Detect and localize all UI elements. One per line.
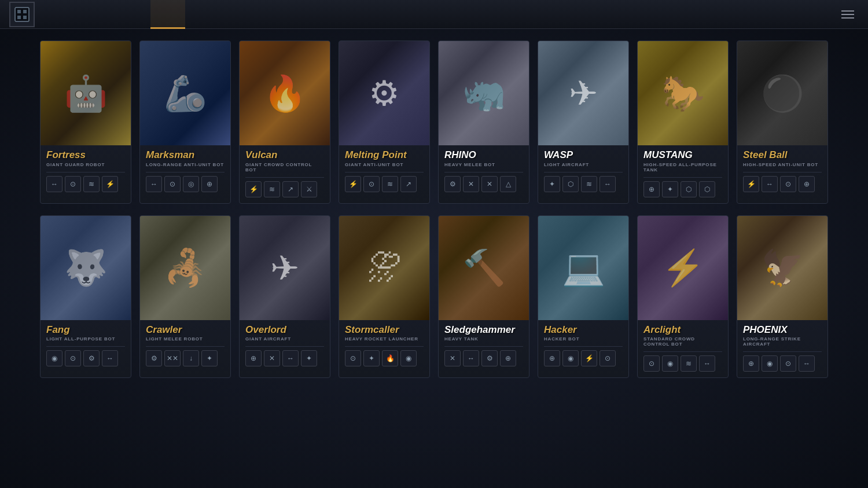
ability-icon-3[interactable]: ⚔ bbox=[301, 181, 317, 197]
tab-stage[interactable] bbox=[81, 0, 116, 29]
ability-icon-1[interactable]: ✕✕ bbox=[164, 350, 181, 366]
ability-icon-3[interactable]: ⚡ bbox=[102, 176, 118, 192]
ability-icon-3[interactable]: ⊕ bbox=[799, 176, 815, 192]
ability-icon-2[interactable]: ⚙ bbox=[481, 350, 498, 366]
ability-icon-1[interactable]: ◉ bbox=[762, 355, 778, 372]
unit-image-stormcaller: ⛈ bbox=[339, 216, 429, 320]
ability-icon-0[interactable]: ◉ bbox=[46, 350, 62, 366]
unit-card-phoenix[interactable]: 🦅 PHOENIX LONG-RANGE STRIKE AIRCRAFT ⊕◉⊙… bbox=[737, 215, 828, 379]
ability-icon-2[interactable]: ≋ bbox=[681, 355, 697, 372]
ability-icon-1[interactable]: ≋ bbox=[264, 181, 280, 197]
ability-icon-0[interactable]: ⚡ bbox=[743, 176, 759, 192]
ability-icon-1[interactable]: ✕ bbox=[264, 350, 280, 366]
ability-icon-0[interactable]: ⚡ bbox=[245, 181, 262, 197]
ability-icon-2[interactable]: ✕ bbox=[481, 176, 498, 192]
unit-card-crawler[interactable]: 🦂 Crawler LIGHT MELEE ROBOT ⚙✕✕↓✦ bbox=[139, 215, 231, 379]
ability-icon-1[interactable]: ⊙ bbox=[65, 350, 81, 366]
ability-icon-2[interactable]: ⊙ bbox=[780, 355, 796, 372]
unit-abilities-vulcan: ⚡≋↗⚔ bbox=[245, 177, 324, 200]
ability-icon-2[interactable]: ⚙ bbox=[83, 350, 100, 366]
unit-card-hacker[interactable]: 💻 Hacker HACKER BOT ⊕◉⚡⊙ bbox=[538, 215, 629, 379]
ability-icon-2[interactable]: ⊙ bbox=[780, 176, 796, 192]
ability-icon-2[interactable]: ≋ bbox=[581, 176, 597, 192]
unit-type-steel-ball: HIGH-SPEED ANTI-UNIT BOT bbox=[743, 162, 822, 167]
unit-card-marksman[interactable]: 🦾 Marksman LONG-RANGE ANTI-UNIT BOT ↔⊙◎⊕ bbox=[139, 41, 231, 204]
ability-icon-1[interactable]: ⊙ bbox=[164, 176, 181, 192]
ability-icon-3[interactable]: ⬡ bbox=[699, 181, 715, 197]
unit-type-wasp: LIGHT AIRCRAFT bbox=[544, 162, 623, 167]
unit-card-mustang[interactable]: 🐎 MUSTANG HIGH-SPEED ALL-PURPOSE TANK ⊕✦… bbox=[637, 41, 729, 204]
unit-card-melting-point[interactable]: ⚙ Melting Point GIANT ANTI-UNIT BOT ⚡⊙≋↗ bbox=[339, 41, 430, 204]
ability-icon-1[interactable]: ✦ bbox=[662, 181, 678, 197]
ability-icon-0[interactable]: ⊙ bbox=[345, 350, 361, 366]
unit-card-overlord[interactable]: ✈ Overlord GIANT AIRCRAFT ⊕✕↔✦ bbox=[239, 215, 330, 379]
ability-icon-0[interactable]: ✕ bbox=[444, 350, 461, 366]
unit-info-fortress: Fortress GIANT GUARD ROBOT ↔⊙≋⚡ bbox=[41, 145, 131, 198]
ability-icon-1[interactable]: ↔ bbox=[762, 176, 778, 192]
unit-card-wasp[interactable]: ✈ WASP LIGHT AIRCRAFT ✦⬡≋↔ bbox=[538, 41, 629, 204]
ability-icon-3[interactable]: ✦ bbox=[301, 350, 317, 366]
ability-icon-1[interactable]: ✦ bbox=[363, 350, 380, 366]
ability-icon-1[interactable]: ↔ bbox=[463, 350, 479, 366]
tab-others[interactable] bbox=[185, 0, 220, 29]
unit-type-marksman: LONG-RANGE ANTI-UNIT BOT bbox=[146, 162, 225, 167]
ability-icon-2[interactable]: ≋ bbox=[382, 176, 398, 192]
ability-icon-0[interactable]: ⊕ bbox=[743, 355, 759, 372]
ability-icon-1[interactable]: ⊙ bbox=[363, 176, 380, 192]
ability-icon-1[interactable]: ◉ bbox=[662, 355, 678, 372]
unit-card-vulcan[interactable]: 🔥 Vulcan GIANT CROWD CONTROL BOT ⚡≋↗⚔ bbox=[239, 41, 330, 204]
unit-card-arclight[interactable]: ⚡ Arclight STANDARD CROWD CONTROL BOT ⊙◉… bbox=[637, 215, 729, 379]
ability-icon-3[interactable]: ⊙ bbox=[599, 350, 616, 366]
ability-icon-3[interactable]: ⊕ bbox=[500, 350, 516, 366]
ability-icon-2[interactable]: ⚡ bbox=[581, 350, 597, 366]
ability-icon-3[interactable]: ✦ bbox=[201, 350, 218, 366]
unit-type-arclight: STANDARD CROWD CONTROL BOT bbox=[643, 336, 722, 347]
hamburger-menu[interactable] bbox=[837, 6, 859, 23]
ability-icon-2[interactable]: ↓ bbox=[183, 350, 199, 366]
ability-icon-0[interactable]: ⚙ bbox=[146, 350, 162, 366]
ability-icon-0[interactable]: ↔ bbox=[46, 176, 62, 192]
logo[interactable] bbox=[9, 2, 35, 27]
ability-icon-0[interactable]: ⚡ bbox=[345, 176, 361, 192]
unit-card-rhino[interactable]: 🦏 RHINO HEAVY MELEE BOT ⚙✕✕△ bbox=[438, 41, 529, 204]
tab-tournament[interactable] bbox=[116, 0, 150, 29]
ability-icon-2[interactable]: ≋ bbox=[83, 176, 100, 192]
ability-icon-1[interactable]: ✕ bbox=[463, 176, 479, 192]
ability-icon-1[interactable]: ⊙ bbox=[65, 176, 81, 192]
ability-icon-2[interactable]: ⬡ bbox=[681, 181, 697, 197]
ability-icon-2[interactable]: 🔥 bbox=[382, 350, 398, 366]
unit-card-sledgehammer[interactable]: 🔨 Sledgehammer HEAVY TANK ✕↔⚙⊕ bbox=[438, 215, 529, 379]
unit-card-fortress[interactable]: 🤖 Fortress GIANT GUARD ROBOT ↔⊙≋⚡ bbox=[40, 41, 131, 204]
ability-icon-3[interactable]: ↔ bbox=[699, 355, 715, 372]
ability-icon-3[interactable]: ↔ bbox=[799, 355, 815, 372]
ability-icon-2[interactable]: ◎ bbox=[183, 176, 199, 192]
ability-icon-0[interactable]: ⊙ bbox=[643, 355, 660, 372]
ability-icon-2[interactable]: ↗ bbox=[282, 181, 299, 197]
unit-info-marksman: Marksman LONG-RANGE ANTI-UNIT BOT ↔⊙◎⊕ bbox=[140, 145, 230, 198]
unit-image-wasp: ✈ bbox=[538, 41, 628, 145]
ability-icon-0[interactable]: ⊕ bbox=[544, 350, 560, 366]
robot-silhouette-overlord: ✈ bbox=[240, 216, 330, 320]
ability-icon-3[interactable]: △ bbox=[500, 176, 516, 192]
unit-info-vulcan: Vulcan GIANT CROWD CONTROL BOT ⚡≋↗⚔ bbox=[240, 145, 330, 203]
unit-card-steel-ball[interactable]: ⚫ Steel Ball HIGH-SPEED ANTI-UNIT BOT ⚡↔… bbox=[737, 41, 828, 204]
ability-icon-2[interactable]: ↔ bbox=[282, 350, 299, 366]
tab-battle[interactable] bbox=[46, 0, 81, 29]
ability-icon-0[interactable]: ⊕ bbox=[245, 350, 262, 366]
ability-icon-3[interactable]: ↔ bbox=[599, 176, 616, 192]
ability-icon-0[interactable]: ↔ bbox=[146, 176, 162, 192]
unit-card-fang[interactable]: 🐺 Fang LIGHT ALL-PURPOSE BOT ◉⊙⚙↔ bbox=[40, 215, 131, 379]
unit-type-stormcaller: HEAVY ROCKET LAUNCHER bbox=[345, 336, 424, 342]
ability-icon-1[interactable]: ⬡ bbox=[562, 176, 579, 192]
ability-icon-0[interactable]: ⚙ bbox=[444, 176, 461, 192]
ability-icon-0[interactable]: ⊕ bbox=[643, 181, 660, 197]
ability-icon-1[interactable]: ◉ bbox=[562, 350, 579, 366]
svg-rect-4 bbox=[23, 16, 27, 19]
ability-icon-3[interactable]: ↗ bbox=[400, 176, 417, 192]
ability-icon-0[interactable]: ✦ bbox=[544, 176, 560, 192]
unit-card-stormcaller[interactable]: ⛈ Stormcaller HEAVY ROCKET LAUNCHER ⊙✦🔥◉ bbox=[339, 215, 430, 379]
tab-unit-modification[interactable] bbox=[150, 0, 185, 29]
ability-icon-3[interactable]: ◉ bbox=[400, 350, 417, 366]
ability-icon-3[interactable]: ↔ bbox=[102, 350, 118, 366]
ability-icon-3[interactable]: ⊕ bbox=[201, 176, 218, 192]
